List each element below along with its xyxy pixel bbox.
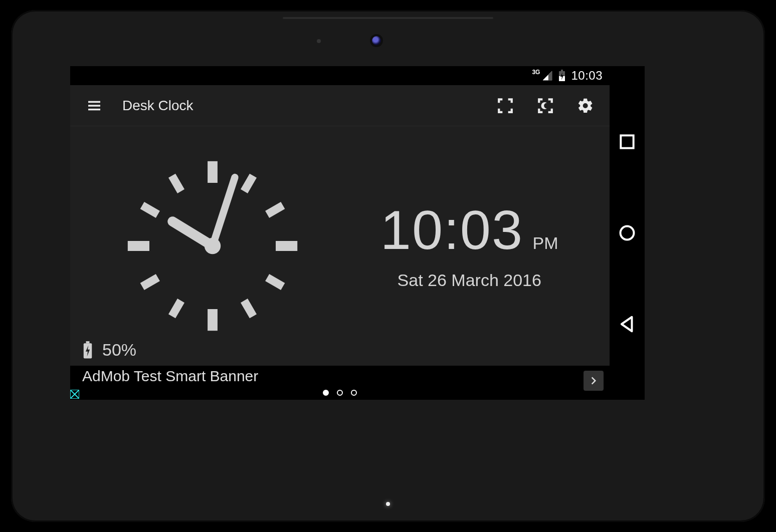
ad-close-button[interactable]: [70, 390, 79, 399]
nav-back-button[interactable]: [618, 315, 637, 334]
svg-rect-23: [621, 135, 633, 148]
page-dot[interactable]: [351, 390, 357, 396]
night-fullscreen-icon: [537, 97, 554, 114]
fullscreen-icon: [497, 97, 514, 114]
settings-button[interactable]: [572, 93, 599, 119]
svg-line-7: [244, 176, 253, 191]
digital-clock-pane: 10:03 PM Sat 26 March 2016: [329, 126, 610, 366]
svg-line-14: [142, 278, 158, 287]
app-toolbar: Desk Clock: [70, 85, 610, 126]
hamburger-icon: [86, 98, 102, 114]
page-dot[interactable]: [337, 390, 343, 396]
signal-icon: [542, 70, 553, 81]
svg-rect-22: [86, 341, 90, 343]
night-mode-button[interactable]: [532, 93, 558, 119]
digital-time: 10:03: [380, 199, 523, 260]
page-dot[interactable]: [323, 390, 329, 396]
tablet-speaker: [283, 17, 493, 19]
screen: 3G 10:03 Desk Clock: [70, 66, 610, 400]
svg-line-13: [172, 301, 181, 316]
nav-home-button[interactable]: [618, 223, 637, 242]
tablet-camera: [372, 36, 381, 45]
triangle-back-icon: [618, 315, 637, 334]
square-icon: [618, 132, 637, 151]
status-network-label: 3G: [532, 69, 540, 76]
svg-rect-3: [88, 101, 100, 102]
menu-button[interactable]: [81, 93, 107, 119]
analog-clock-pane: [70, 126, 329, 366]
battery-percent: 50%: [102, 340, 136, 360]
circle-icon: [618, 223, 637, 242]
svg-line-10: [267, 278, 283, 287]
svg-rect-1: [561, 70, 563, 71]
svg-line-16: [142, 205, 158, 214]
page-indicator: [323, 390, 357, 396]
android-nav-bar: [610, 66, 645, 400]
status-time: 10:03: [571, 69, 603, 83]
nav-overview-button[interactable]: [618, 132, 637, 151]
svg-rect-4: [88, 105, 100, 106]
chevron-right-icon: [589, 376, 599, 386]
svg-rect-5: [88, 108, 100, 110]
svg-line-17: [172, 176, 181, 191]
svg-line-19: [213, 177, 235, 246]
ad-banner[interactable]: AdMob Test Smart Banner: [70, 366, 610, 400]
battery-icon: [82, 341, 93, 359]
digital-ampm: PM: [533, 233, 558, 252]
tablet-home-led: [386, 502, 390, 506]
status-bar: 3G 10:03: [70, 66, 610, 85]
battery-charging-icon: [558, 70, 566, 82]
fullscreen-button[interactable]: [492, 93, 518, 119]
analog-clock: [122, 156, 303, 336]
tablet-sensor-dot: [317, 39, 321, 43]
svg-point-20: [205, 238, 221, 254]
main-content: 10:03 PM Sat 26 March 2016 50%: [70, 126, 610, 366]
battery-row: 50%: [82, 340, 136, 360]
svg-line-11: [244, 301, 253, 316]
gear-icon: [577, 97, 594, 114]
digital-date: Sat 26 March 2016: [398, 271, 541, 290]
svg-line-8: [267, 205, 283, 214]
app-title: Desk Clock: [122, 98, 193, 114]
ad-text: AdMob Test Smart Banner: [82, 368, 258, 385]
svg-point-24: [621, 226, 634, 240]
ad-next-button[interactable]: [584, 371, 604, 391]
tablet-frame: 3G 10:03 Desk Clock: [11, 10, 765, 522]
